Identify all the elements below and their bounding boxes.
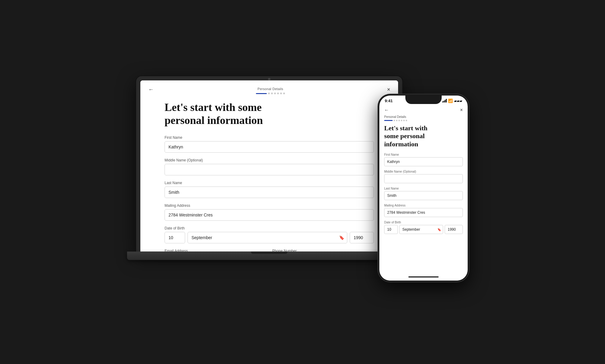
phone-mailing-address-label: Mailing Address (384, 204, 463, 207)
phone-dob-day-input[interactable] (384, 225, 398, 234)
phone-close-button[interactable]: × (460, 107, 463, 113)
phone-first-name-label: First Name (384, 153, 463, 156)
phone-dob-year-input[interactable] (445, 225, 463, 234)
phone-title-line2: some personal (384, 132, 425, 140)
phone-title-line3: information (384, 140, 418, 148)
laptop-dot-2 (271, 93, 273, 94)
phone-last-name-input[interactable] (384, 191, 463, 200)
phone-dob-label: Date of Birth (384, 221, 463, 224)
laptop-dot-4 (277, 93, 279, 94)
laptop-dob-label: Date of Birth (165, 226, 374, 230)
phone-dot-1 (394, 120, 395, 121)
phone-form-title: Let's start with some personal informati… (384, 124, 463, 148)
phone-progress-active (384, 120, 393, 121)
phone-mailing-address-group: Mailing Address (384, 204, 463, 217)
phone-back-button[interactable]: ← (384, 107, 389, 113)
laptop-screen: ← Personal Details (140, 80, 398, 252)
phone-first-name-input[interactable] (384, 157, 463, 166)
laptop-device: ← Personal Details (136, 76, 402, 276)
laptop-back-button[interactable]: ← (148, 86, 154, 93)
phone-dot-4 (401, 120, 402, 121)
laptop-email-label: Email Address (165, 249, 266, 252)
laptop-base-notch (251, 252, 287, 254)
laptop-dob-group: Date of Birth 🔖 (165, 226, 374, 243)
laptop-first-name-label: First Name (165, 135, 374, 140)
phone-dot-5 (403, 120, 405, 121)
phone-device: 9:41 📶 ▰▰▰ (378, 94, 469, 282)
form-title-line2: personal information (165, 114, 263, 126)
laptop-mailing-address-group: Mailing Address (165, 203, 374, 221)
laptop-dob-day-input[interactable] (165, 232, 185, 243)
laptop-middle-name-group: Middle Name (Optional) (165, 158, 374, 175)
laptop-dot-6 (283, 93, 285, 94)
phone-dot-3 (398, 120, 400, 121)
phone-first-name-group: First Name (384, 153, 463, 166)
laptop-form-title: Let's start with some personal informati… (165, 101, 374, 127)
laptop-phone-group: Phone Number (272, 249, 374, 252)
laptop-dot-5 (280, 93, 282, 94)
phone-dot-6 (406, 120, 407, 121)
laptop-progress-section: Personal Details (256, 86, 285, 94)
phone-time: 9:41 (385, 99, 393, 103)
phone-top-bar: ← × (384, 106, 463, 115)
form-title-line1: Let's start with some (165, 101, 262, 113)
signal-icon (442, 99, 447, 103)
laptop-progress-dots (256, 93, 285, 94)
phone-dob-month-wrapper: 🔖 (399, 225, 443, 234)
laptop-progress-label: Personal Details (257, 87, 283, 91)
phone-home-bar (408, 276, 439, 278)
wifi-icon: 📶 (448, 99, 453, 103)
laptop-outer: ← Personal Details (136, 76, 402, 252)
phone-dob-group: Date of Birth 🔖 (384, 221, 463, 234)
laptop-last-name-label: Last Name (165, 181, 374, 185)
laptop-email-group: Email Address (165, 249, 266, 252)
laptop-progress-active (256, 93, 267, 94)
laptop-close-button[interactable]: × (386, 86, 391, 93)
phone-form: ← × Personal Details (379, 104, 468, 273)
laptop-middle-name-label: Middle Name (Optional) (165, 158, 374, 162)
laptop-form-screen: ← Personal Details (140, 80, 398, 252)
phone-notch (405, 94, 442, 104)
laptop-first-name-group: First Name (165, 135, 374, 153)
phone-dob-month-input[interactable] (399, 225, 443, 234)
phone-status-icons: 📶 ▰▰▰ (442, 99, 462, 103)
laptop-camera (268, 78, 270, 80)
phone-progress-label: Personal Details (384, 115, 463, 119)
laptop-dob-month-wrapper: 🔖 (188, 232, 347, 243)
phone-dot-2 (396, 120, 397, 121)
phone-last-name-group: Last Name (384, 187, 463, 200)
phone-last-name-label: Last Name (384, 187, 463, 190)
phone-home-indicator (379, 273, 468, 281)
laptop-base (127, 252, 411, 260)
laptop-email-phone-row: Email Address Phone Number (165, 249, 374, 252)
phone-progress-dots (384, 120, 463, 121)
laptop-dob-year-input[interactable] (350, 232, 374, 243)
phone-middle-name-group: Middle Name (Optional) (384, 170, 463, 183)
laptop-last-name-input[interactable] (165, 187, 374, 198)
phone-mailing-address-input[interactable] (384, 208, 463, 217)
laptop-dob-month-input[interactable] (188, 232, 347, 243)
phone-middle-name-label: Middle Name (Optional) (384, 170, 463, 173)
laptop-middle-name-input[interactable] (165, 164, 374, 175)
laptop-phone-label: Phone Number (272, 249, 374, 252)
laptop-first-name-input[interactable] (165, 141, 374, 153)
laptop-dot-1 (268, 93, 270, 94)
phone-progress-section: Personal Details (384, 115, 463, 121)
laptop-top-bar: ← Personal Details (140, 80, 398, 98)
phone-middle-name-input[interactable] (384, 174, 463, 183)
scene: ← Personal Details (136, 76, 469, 288)
laptop-mailing-address-input[interactable] (165, 209, 374, 221)
laptop-dot-3 (274, 93, 276, 94)
phone-title-line1: Let's start with (384, 124, 427, 132)
phone-screen: 9:41 📶 ▰▰▰ (379, 96, 468, 281)
laptop-dob-row: 🔖 (165, 232, 374, 243)
battery-icon: ▰▰▰ (454, 99, 462, 103)
phone-dob-row: 🔖 (384, 225, 463, 234)
laptop-form-body: Let's start with some personal informati… (140, 98, 398, 252)
laptop-mailing-address-label: Mailing Address (165, 203, 374, 208)
laptop-last-name-group: Last Name (165, 181, 374, 198)
